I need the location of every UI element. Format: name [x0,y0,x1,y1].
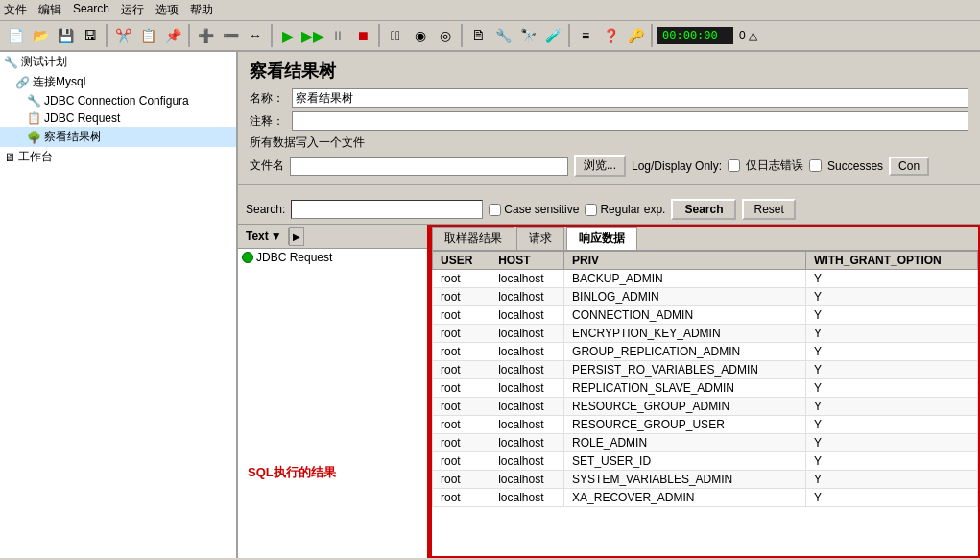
results-area: Text ▼ ▶ JDBC Request SQL执行的结果 取样器结果 请求 … [238,225,980,558]
toolbar-new[interactable]: 📄 [4,24,27,47]
cell-1-2: BINLOG_ADMIN [564,288,806,306]
tab-response-data[interactable]: 响应数据 [566,227,637,250]
results-left-pane: Text ▼ ▶ JDBC Request SQL执行的结果 [238,225,430,558]
tree-label-plan: 测试计划 [21,54,67,70]
log-errors-checkbox[interactable] [728,159,740,172]
file-label: 文件名 [250,158,284,174]
cell-5-0: root [433,361,490,379]
cell-7-1: localhost [490,398,564,416]
toolbar-remote[interactable]: ▶⃝ [384,24,407,47]
regex-label: Regular exp. [600,203,665,216]
toolbar-search-icon[interactable]: 🔭 [516,24,539,47]
tree-item-result-tree[interactable]: 🌳 察看结果树 [0,127,236,147]
table-row: rootlocalhostENCRYPTION_KEY_ADMINY [433,325,978,343]
cell-11-1: localhost [490,471,564,489]
expand-col-btn[interactable]: ▶ [289,227,304,246]
configure-button[interactable]: Con [889,157,929,176]
search-bar: Search: Case sensitive Regular exp. Sear… [238,195,980,225]
result-item-jdbc[interactable]: JDBC Request [238,249,427,266]
browse-button[interactable]: 浏览... [574,155,626,177]
menu-run[interactable]: 运行 [121,2,144,18]
cell-12-0: root [433,489,490,507]
toolbar-help[interactable]: ❓ [599,24,622,47]
search-input[interactable] [291,200,483,219]
cell-6-0: root [433,379,490,398]
file-note: 所有数据写入一个文件 [250,134,968,151]
toolbar-toggle[interactable]: ↔ [244,24,267,47]
toolbar-expand[interactable]: ➕ [194,24,217,47]
menu-search[interactable]: Search [73,2,109,18]
toolbar-clear[interactable]: 🧪 [541,24,564,47]
cell-7-0: root [433,398,490,416]
regex-check: Regular exp. [585,203,665,216]
regex-checkbox[interactable] [585,204,597,216]
reset-button[interactable]: Reset [742,199,795,220]
tabs-row: 取样器结果 请求 响应数据 [432,227,978,251]
cell-8-1: localhost [490,416,564,434]
name-input[interactable] [292,88,968,108]
text-col-header[interactable]: Text ▼ [240,228,289,245]
toolbar-save[interactable]: 💾 [54,24,77,47]
tree-item-plan[interactable]: 🔧 测试计划 [0,52,236,72]
successes-checkbox[interactable] [809,159,822,172]
cell-8-3: Y [806,416,978,434]
panel-title: 察看结果树 [250,60,968,83]
toolbar-about[interactable]: 🔑 [624,24,647,47]
col-user: USER [433,252,490,270]
toolbar-run[interactable]: ▶ [276,24,299,47]
toolbar-sep-2 [188,24,190,47]
tree-item-thread[interactable]: 🔗 连接Mysql [0,72,236,92]
toolbar-functions[interactable]: 🔧 [491,24,514,47]
tree-item-jdbc-config[interactable]: 🔧 JDBC Connection Configura [0,92,236,110]
table-row: rootlocalhostROLE_ADMINY [433,434,978,452]
toolbar-cut[interactable]: ✂️ [111,24,134,47]
filename-input[interactable] [290,157,568,176]
cell-6-2: REPLICATION_SLAVE_ADMIN [564,379,806,398]
jdbc-request-icon: 📋 [27,111,41,125]
toolbar-stop-all[interactable]: ⏹ [351,24,374,47]
toolbar-run-all[interactable]: ▶▶ [301,24,324,47]
tree-item-workbench[interactable]: 🖥 工作台 [0,147,236,167]
toolbar-copy[interactable]: 📋 [136,24,159,47]
search-button[interactable]: Search [671,199,736,220]
tab-request[interactable]: 请求 [516,227,564,250]
cell-8-2: RESOURCE_GROUP_USER [564,416,806,434]
toolbar-sep-1 [106,24,108,47]
tab-sampler-result[interactable]: 取样器结果 [432,227,514,250]
toolbar-paste[interactable]: 📌 [161,24,184,47]
menu-edit[interactable]: 编辑 [38,2,61,18]
toolbar-templates[interactable]: 🖹 [466,24,490,47]
cell-3-3: Y [806,325,978,343]
toolbar-open[interactable]: 📂 [29,24,52,47]
cell-10-3: Y [806,452,978,471]
cell-9-0: root [433,434,490,452]
right-panel: 察看结果树 名称： 注释： 所有数据写入一个文件 文件名 浏览... Log/D… [238,52,980,558]
cell-9-1: localhost [490,434,564,452]
table-row: rootlocalhostRESOURCE_GROUP_ADMINY [433,398,978,416]
tree-item-jdbc-request[interactable]: 📋 JDBC Request [0,110,236,127]
thread-icon: 🔗 [15,76,30,89]
name-label: 名称： [250,90,284,107]
col-host: HOST [490,252,564,270]
toolbar-collapse[interactable]: ➖ [219,24,242,47]
toolbar-stop[interactable]: ⏸ [326,24,349,47]
toolbar-list[interactable]: ≡ [574,24,597,47]
toolbar-remote3[interactable]: ◎ [434,24,457,47]
menu-help[interactable]: 帮助 [190,2,213,18]
comment-input[interactable] [292,111,968,131]
tree-label-thread: 连接Mysql [33,74,85,90]
status-ok-icon [242,252,253,263]
cell-0-2: BACKUP_ADMIN [564,270,806,288]
comment-label: 注释： [250,113,284,130]
cell-9-2: ROLE_ADMIN [564,434,806,452]
case-sensitive-checkbox[interactable] [489,204,501,216]
result-item-label: JDBC Request [256,251,332,264]
table-row: rootlocalhostBINLOG_ADMINY [433,288,978,306]
toolbar-remote2[interactable]: ◉ [409,24,432,47]
toolbar-saveas[interactable]: 🖫 [79,24,102,47]
toolbar-sep-4 [378,24,380,47]
cell-10-0: root [433,452,490,471]
menu-file[interactable]: 文件 [4,2,27,18]
menu-options[interactable]: 选项 [155,2,179,18]
cell-12-1: localhost [490,489,564,507]
